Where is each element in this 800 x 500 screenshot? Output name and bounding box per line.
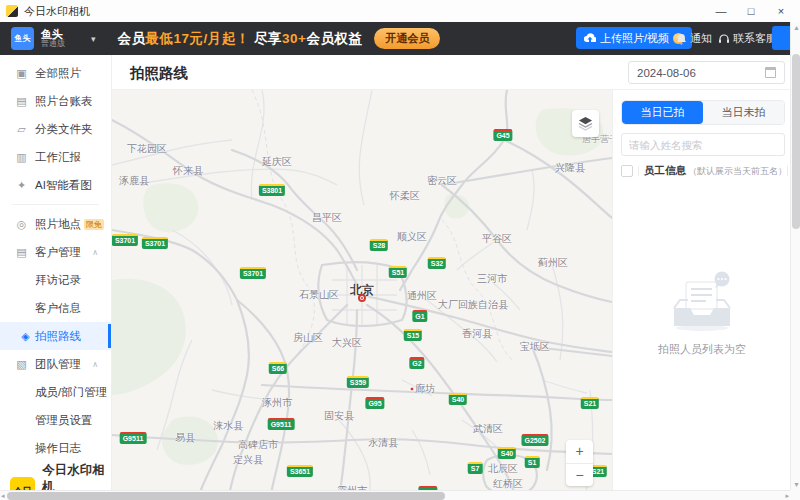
sidebar-item-label: 客户信息 — [35, 301, 81, 316]
content-header: 拍照路线 2024-08-06 — [112, 55, 790, 90]
date-picker[interactable]: 2024-08-06 — [628, 61, 785, 84]
ai-icon: ✦ — [15, 179, 28, 192]
sidebar-item-label: 拜访记录 — [35, 273, 81, 288]
sidebar-item-work-report[interactable]: ▥工作汇报 — [0, 143, 111, 171]
sidebar-item-label: AI智能看图 — [35, 178, 92, 193]
chevron-down-icon[interactable]: ▾ — [91, 34, 96, 44]
layers-icon — [577, 115, 594, 132]
sidebar-item-team-mgmt[interactable]: ▧团队管理∧ — [0, 350, 111, 378]
day-tabs: 当日已拍 当日未拍 — [621, 100, 785, 125]
notifications-button[interactable]: 通知 — [676, 31, 712, 46]
sidebar-item-label: 团队管理 — [35, 357, 81, 372]
sidebar-item-label: 分类文件夹 — [35, 122, 93, 137]
close-button[interactable]: × — [766, 0, 796, 22]
window-title: 今日水印相机 — [24, 4, 90, 19]
headset-icon — [718, 33, 730, 45]
page-title: 拍照路线 — [130, 64, 188, 83]
sidebar-item-photo-location[interactable]: ◎照片地点限免 — [0, 210, 111, 238]
horizontal-scroll-thumb[interactable] — [7, 492, 445, 500]
city-dot-marker — [410, 387, 415, 392]
empty-state: 拍照人员列表为空 — [613, 270, 791, 357]
empty-inbox-icon — [662, 270, 742, 332]
scroll-left-icon[interactable]: ◂ — [1, 492, 5, 500]
customer-icon: ▤ — [15, 246, 28, 259]
sidebar-item-customer-mgmt[interactable]: ▤客户管理∧ — [0, 238, 111, 266]
open-membership-button[interactable]: 开通会员 — [374, 28, 440, 49]
sidebar-item-label: 操作日志 — [35, 441, 81, 456]
ledger-icon: ▤ — [15, 95, 28, 108]
bell-icon — [676, 33, 687, 45]
sidebar-item-label: 照片台账表 — [35, 94, 93, 109]
column-staff-info: 员工信息 — [644, 164, 686, 178]
sidebar-item-visit-records[interactable]: 拜访记录 — [0, 266, 111, 294]
map-layers-button[interactable] — [572, 110, 599, 137]
sidebar-item-all-photos[interactable]: ▣全部照片 — [0, 59, 111, 87]
top-banner: 鱼头 鱼头 普通版 ▾ 会员最低17元/月起！ 尽享30+会员权益 开通会员 上… — [0, 22, 800, 55]
capital-marker-icon — [358, 294, 366, 302]
zoom-out-button[interactable]: − — [566, 464, 593, 487]
horizontal-scrollbar[interactable]: ◂ ▸ — [0, 490, 790, 500]
sidebar-item-label: 成员/部门管理 — [35, 385, 107, 400]
scroll-down-icon[interactable]: ▼ — [793, 481, 800, 488]
chevron-up-icon: ∧ — [92, 248, 98, 257]
photos-icon: ▣ — [15, 67, 28, 80]
sidebar-item-label: 管理员设置 — [35, 413, 93, 428]
scroll-up-icon[interactable]: ▲ — [793, 24, 800, 31]
app-icon — [6, 5, 18, 17]
membership-promo: 会员最低17元/月起！ 尽享30+会员权益 — [118, 30, 363, 48]
sidebar-item-label: 工作汇报 — [35, 150, 81, 165]
empty-text: 拍照人员列表为空 — [613, 342, 791, 357]
sidebar-item-label: 拍照路线 — [35, 329, 81, 344]
edge-button[interactable] — [772, 26, 790, 50]
sidebar-item-customer-info[interactable]: 客户信息 — [0, 294, 111, 322]
sidebar-item-photo-ledger[interactable]: ▤照片台账表 — [0, 87, 111, 115]
staff-list-header: 员工信息 （默认展示当天前五名） 路线 — [621, 162, 791, 180]
sidebar-item-label: 照片地点 — [35, 217, 81, 232]
vertical-scroll-thumb[interactable] — [792, 54, 800, 229]
sidebar-item-members-depts[interactable]: 成员/部门管理 — [0, 378, 111, 406]
sidebar-item-admin-settings[interactable]: 管理员设置 — [0, 406, 111, 434]
route-icon: ◈ — [19, 330, 32, 343]
zoom-in-button[interactable]: + — [566, 440, 593, 464]
column-hint: （默认展示当天前五名） — [688, 165, 787, 178]
contact-support-button[interactable]: 联系客服 — [718, 31, 777, 46]
upload-cloud-icon — [584, 33, 596, 43]
upload-photo-video-button[interactable]: 上传照片/视频 — [576, 27, 692, 49]
sidebar-item-folders[interactable]: ▱分类文件夹 — [0, 115, 111, 143]
team-icon: ▧ — [15, 358, 28, 371]
sidebar-item-label: 全部照片 — [35, 66, 81, 81]
sidebar-item-photo-route[interactable]: ◈拍照路线 — [0, 322, 111, 350]
scroll-right-icon[interactable]: ▸ — [785, 492, 789, 500]
map-zoom-control: + − — [566, 440, 593, 486]
chevron-up-icon: ∧ — [92, 360, 98, 369]
avatar[interactable]: 鱼头 — [11, 27, 34, 50]
folder-icon: ▱ — [15, 123, 28, 136]
select-all-checkbox[interactable] — [621, 165, 633, 177]
sidebar-item-label: 客户管理 — [35, 245, 81, 260]
tab-shot-today[interactable]: 当日已拍 — [622, 101, 703, 124]
staff-panel: 当日已拍 当日未拍 员工信息 （默认展示当天前五名） 路线 拍照人员列表为空 — [612, 90, 790, 500]
route-map[interactable]: 下花园区涿鹿县怀来县延庆区昌平区密云区怀柔区兴隆县唐手营子顺义区平谷区蓟州区三河… — [112, 90, 612, 500]
title-bar: 今日水印相机 — □ × — [0, 0, 800, 22]
name-search-input[interactable] — [621, 133, 785, 156]
sidebar-item-ai-view[interactable]: ✦AI智能看图 — [0, 171, 111, 199]
calendar-icon — [765, 67, 776, 78]
user-plan-badge: 普通版 — [41, 40, 65, 49]
vertical-scrollbar[interactable]: ▲ ▼ — [790, 22, 800, 490]
report-icon: ▥ — [15, 151, 28, 164]
sidebar-divider — [12, 204, 99, 205]
free-trial-badge: 限免 — [84, 219, 104, 230]
location-icon: ◎ — [15, 218, 28, 231]
user-block[interactable]: 鱼头 普通版 — [41, 28, 65, 49]
sidebar-item-operation-log[interactable]: 操作日志 — [0, 434, 111, 462]
scrollbar-corner — [790, 490, 800, 500]
sidebar: ▣全部照片▤照片台账表▱分类文件夹▥工作汇报✦AI智能看图◎照片地点限免▤客户管… — [0, 55, 112, 490]
maximize-button[interactable]: □ — [736, 0, 766, 22]
tab-not-shot-today[interactable]: 当日未拍 — [703, 101, 784, 124]
minimize-button[interactable]: — — [706, 0, 736, 22]
